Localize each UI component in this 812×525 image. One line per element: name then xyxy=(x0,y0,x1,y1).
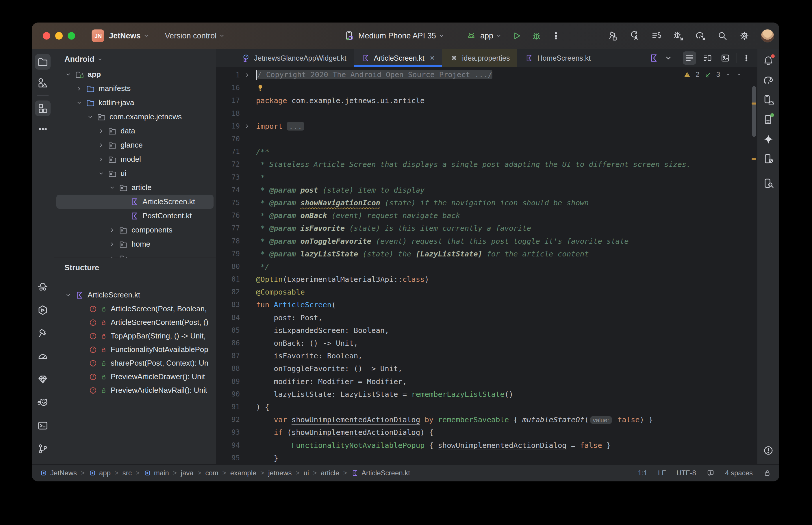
search-icon[interactable] xyxy=(717,30,728,41)
gutter[interactable]: 93 xyxy=(216,428,256,436)
kebab-icon[interactable] xyxy=(741,53,751,63)
inspections-widget[interactable]: 2 3 xyxy=(681,69,744,80)
tree-item-com-example-jetnews[interactable]: com.example.jetnews xyxy=(56,110,213,124)
warning-stripe-mark[interactable] xyxy=(752,158,756,160)
code-line-77[interactable]: 77 * @param isFavorite (state) is this i… xyxy=(216,222,757,235)
tree-item-item[interactable] xyxy=(56,251,213,258)
gutter[interactable]: 1 xyxy=(216,71,256,79)
tree-item-manifests[interactable]: manifests xyxy=(56,81,213,95)
tree-item-ui[interactable]: ui xyxy=(56,166,213,180)
gutter[interactable]: 71 xyxy=(216,148,256,156)
code-line-89[interactable]: 89 modifier: Modifier = Modifier, xyxy=(216,375,757,388)
code-line-93[interactable]: 93 if (showUnimplementedActionDialog) { xyxy=(216,426,757,439)
design-view-button[interactable] xyxy=(719,51,732,65)
tree-item-app[interactable]: app xyxy=(56,67,213,81)
chev-right-icon[interactable] xyxy=(98,127,105,135)
code-line-72[interactable]: 72 * Stateless Article Screen that displ… xyxy=(216,158,757,171)
tool-button-bell[interactable] xyxy=(760,51,777,71)
tree-item-article[interactable]: article xyxy=(56,180,213,195)
gutter[interactable]: 76 xyxy=(216,211,256,220)
chev-down-icon[interactable] xyxy=(75,99,83,107)
tool-button-gradle-elephant[interactable] xyxy=(760,71,777,90)
code-line-19[interactable]: 19import ... xyxy=(216,120,757,133)
code-line-95[interactable]: 95 } xyxy=(216,452,757,464)
tool-button-device-link[interactable] xyxy=(760,149,777,169)
chev-right-icon[interactable] xyxy=(108,226,116,234)
gutter[interactable]: 80 xyxy=(216,262,256,271)
code-line-70[interactable]: 70 xyxy=(216,133,757,145)
breadcrumb-jetnews[interactable]: JetNews xyxy=(40,469,77,477)
gutter[interactable]: 74 xyxy=(216,186,256,194)
chev-right-icon[interactable] xyxy=(75,85,83,92)
window-zoom-button[interactable] xyxy=(68,32,75,40)
gutter[interactable]: 75 xyxy=(216,199,256,207)
tool-button-device-manager[interactable] xyxy=(760,90,777,110)
breadcrumb-example[interactable]: example xyxy=(230,469,256,477)
chev-right-icon[interactable] xyxy=(108,241,116,248)
tree-item-model[interactable]: model xyxy=(56,152,213,166)
code-line-85[interactable]: 85 isExpandedScreen: Boolean, xyxy=(216,324,757,337)
gutter[interactable]: 87 xyxy=(216,352,256,360)
code-line-80[interactable]: 80 */ xyxy=(216,260,757,273)
version-control-menu[interactable]: Version control xyxy=(165,31,217,41)
code-line-82[interactable]: 82@Composable xyxy=(216,286,757,298)
gutter[interactable]: 78 xyxy=(216,237,256,245)
chev-down-icon[interactable] xyxy=(98,170,105,177)
code-line-17[interactable]: 17package com.example.jetnews.ui.article xyxy=(216,94,757,107)
device-selector[interactable]: Medium Phone API 35 xyxy=(344,22,445,49)
code-line-18[interactable]: 18 xyxy=(216,107,757,120)
tree-item-components[interactable]: components xyxy=(56,223,213,237)
gutter[interactable]: 72 xyxy=(216,160,256,168)
chev-right-icon[interactable] xyxy=(98,156,105,163)
tool-button-branch[interactable] xyxy=(35,437,51,460)
tab-homescreens-kt[interactable]: HomeScreens.kt xyxy=(517,49,598,67)
code-line-94[interactable]: 94 FunctionalityNotAvailablePopup { show… xyxy=(216,439,757,451)
gutter[interactable]: 17 xyxy=(216,96,256,105)
breadcrumb-main[interactable]: main xyxy=(144,469,169,477)
more-actions-kebab-icon[interactable] xyxy=(550,30,561,41)
code-line-71[interactable]: 71/** xyxy=(216,145,757,158)
run-configuration-selector[interactable]: app xyxy=(466,30,503,41)
tool-button-device-explorer[interactable] xyxy=(760,174,777,193)
chev-down-icon[interactable] xyxy=(108,184,116,192)
tool-button-spy[interactable] xyxy=(35,275,51,299)
breadcrumb-articlescreen-kt[interactable]: ArticleScreen.kt xyxy=(351,469,410,477)
breadcrumb-java[interactable]: java xyxy=(181,469,194,477)
structure-item-functionalitynotavailablepop[interactable]: fFunctionalityNotAvailablePop xyxy=(56,343,213,356)
code-line-79[interactable]: 79 * @param lazyListState (state) the [L… xyxy=(216,247,757,260)
code-line-88[interactable]: 88 onToggleFavorite: () -> Unit, xyxy=(216,362,757,375)
prev-issue-chevron-up-icon[interactable] xyxy=(725,71,731,78)
structure-item-sharepost[interactable]: fsharePost(Post, Context): Un xyxy=(56,356,213,370)
user-avatar[interactable] xyxy=(761,29,774,43)
code-line-84[interactable]: 84 post: Post, xyxy=(216,311,757,324)
gutter[interactable]: 88 xyxy=(216,364,256,373)
code-line-76[interactable]: 76 * @param onBack (event) request navig… xyxy=(216,209,757,222)
tab-idea-properties[interactable]: idea.properties xyxy=(442,49,517,67)
tree-item-glance[interactable]: glance xyxy=(56,138,213,152)
code-line-1[interactable]: 1/ Copyright 2020 The Android Open Sourc… xyxy=(216,69,757,81)
unlock-icon[interactable] xyxy=(763,469,771,477)
code-line-78[interactable]: 78 * @param onToggleFavorite (event) req… xyxy=(216,235,757,247)
gutter[interactable]: 90 xyxy=(216,390,256,398)
project-view-selector[interactable]: Android xyxy=(54,49,216,67)
tree-item-postcontent-kt[interactable]: PostContent.kt xyxy=(56,209,213,223)
gutter[interactable]: 81 xyxy=(216,275,256,283)
intention-bulb-icon[interactable] xyxy=(256,84,265,92)
lines-s-icon[interactable] xyxy=(651,30,662,41)
breadcrumb-com[interactable]: com xyxy=(205,469,218,477)
code-line-74[interactable]: 74 * @param post (state) item to display xyxy=(216,184,757,196)
code-line-16[interactable]: 16 xyxy=(216,81,757,94)
gutter[interactable]: 16 xyxy=(216,84,256,92)
editor-body[interactable]: 1/ Copyright 2020 The Android Open Sourc… xyxy=(216,67,757,464)
gutter[interactable]: 91 xyxy=(216,403,256,411)
status-encoding[interactable]: UTF-8 xyxy=(677,469,696,477)
structure-item-articlescreencontent[interactable]: fArticleScreenContent(Post, () xyxy=(56,316,213,329)
balloon-icon[interactable] xyxy=(707,469,714,477)
status-caret-position[interactable]: 1:1 xyxy=(638,469,648,477)
tool-button-structure-grid[interactable] xyxy=(35,98,51,119)
gutter[interactable]: 70 xyxy=(216,135,256,143)
gutter[interactable]: 85 xyxy=(216,326,256,334)
breadcrumb-jetnews[interactable]: jetnews xyxy=(268,469,292,477)
structure-root-articlescreen-kt[interactable]: ArticleScreen.kt xyxy=(56,288,213,302)
tab-jetnewsglanceappwidget-kt[interactable]: JetnewsGlanceAppWidget.kt xyxy=(234,49,354,67)
